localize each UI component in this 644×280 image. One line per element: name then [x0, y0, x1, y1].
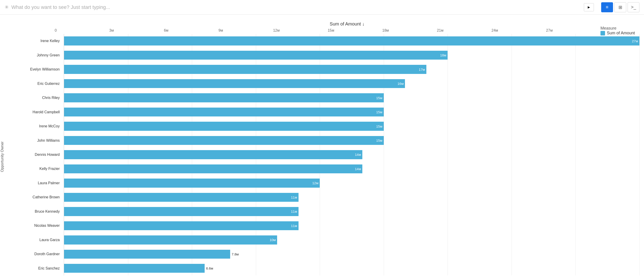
- bar-row: 14м: [64, 148, 640, 162]
- view-toggle-group: ≡ ⊞ >_: [601, 2, 640, 12]
- bar-row: 18м: [64, 48, 640, 62]
- bar-row: 15м: [64, 133, 640, 147]
- grid-view-button[interactable]: ⊞: [614, 2, 626, 12]
- y-label: Irene Kelley: [14, 34, 62, 48]
- bar-row: 6.6м: [64, 261, 640, 276]
- bar-row: 16м: [64, 76, 640, 91]
- bar-row: 27м: [64, 34, 640, 48]
- bar-track: 18м: [64, 51, 448, 60]
- bar-value-label: 17м: [419, 68, 425, 71]
- bar-track: 14м: [64, 164, 362, 173]
- bar-track: 15м: [64, 136, 384, 145]
- bar-row: 11м: [64, 190, 640, 204]
- bar-value-label: 11м: [291, 209, 297, 213]
- bar-track: 27м: [64, 36, 640, 45]
- y-label: Kelly Frazier: [14, 162, 62, 176]
- bar-row: 12м: [64, 176, 640, 190]
- bar-track: 10м: [64, 235, 277, 245]
- x-axis-label: 3м: [110, 28, 164, 32]
- bar-value-label: 15м: [376, 125, 382, 128]
- top-bar: ✳ ▶ ≡ ⊞ >_: [0, 0, 644, 14]
- play-icon: ▶: [588, 5, 590, 9]
- bar-track: 11м: [64, 221, 298, 230]
- bar-value-label: 16м: [398, 82, 404, 86]
- search-input[interactable]: [12, 4, 581, 10]
- bar-track: 15м: [64, 93, 384, 102]
- y-label: Catherine Brown: [14, 190, 62, 204]
- x-axis-label: 18м: [382, 28, 437, 32]
- y-label: Irene McCoy: [14, 119, 62, 133]
- bar-value-label: 11м: [291, 195, 297, 199]
- chart-wrapper: Sum of Amount ↓ 03м6м9м12м15м18м21м24м27…: [4, 21, 640, 276]
- legend-label: Sum of Amount: [607, 31, 635, 35]
- x-axis-label: 0: [55, 28, 110, 32]
- bars-container: 27м18м17м16м15м15м15м15м14м14м12м11м11м1…: [64, 34, 640, 276]
- bar-row: 11м: [64, 204, 640, 219]
- chart-icon: ≡: [606, 4, 608, 10]
- bar-track: 16м: [64, 79, 405, 88]
- x-axis-label: 9м: [218, 28, 273, 32]
- bar-value-label: 12м: [312, 181, 318, 185]
- x-axis-label: 6м: [164, 28, 218, 32]
- bar-row: 15м: [64, 119, 640, 133]
- legend-title: Measure: [600, 26, 635, 31]
- star-icon: ✳: [4, 4, 9, 10]
- bar-track: 11м: [64, 193, 298, 202]
- bar-value-label: 14м: [355, 167, 361, 171]
- chart-area: Sum of Amount ↓ 03м6м9м12м15м18м21м24м27…: [0, 14, 644, 280]
- bar-row: 10м: [64, 233, 640, 247]
- bar-track: 11м: [64, 207, 298, 216]
- bar-row: 15м: [64, 91, 640, 105]
- x-axis-labels: 03м6м9м12м15м18м21м24м27м: [55, 28, 603, 32]
- y-label: John Williams: [14, 133, 62, 147]
- x-axis-label: 27м: [546, 28, 601, 32]
- bar-row: 15м: [64, 105, 640, 119]
- y-label: Chris Riley: [14, 91, 62, 105]
- code-view-button[interactable]: >_: [628, 2, 640, 12]
- bar-value-label: 10м: [270, 238, 276, 242]
- bar-value-label: 15м: [376, 110, 382, 114]
- x-axis-label: 24м: [492, 28, 546, 32]
- chart-title: Sum of Amount ↓: [4, 21, 640, 27]
- chart-body: Opportunity Owner Irene KelleyJohnny Gre…: [4, 34, 640, 276]
- code-icon: >_: [631, 4, 636, 10]
- y-label: Bruce Kennedy: [14, 204, 62, 219]
- y-label: Laura Palmer: [14, 176, 62, 190]
- bar-track: 12м: [64, 178, 320, 188]
- x-axis-label: 12м: [273, 28, 328, 32]
- bar-row: 14м: [64, 162, 640, 176]
- bar-value-label: 7.8м: [232, 252, 238, 256]
- x-axis-label: 15м: [328, 28, 382, 32]
- grid-line: [640, 34, 640, 276]
- bar-value-label: 18м: [440, 53, 446, 57]
- play-button[interactable]: ▶: [584, 3, 594, 11]
- legend-item: Sum of Amount: [600, 31, 635, 35]
- y-label: Johnny Green: [14, 48, 62, 62]
- y-label: Harold Campbell: [14, 105, 62, 119]
- bar-row: 7.8м: [64, 247, 640, 261]
- y-label: Laura Garza: [14, 233, 62, 247]
- bar-track: 14м: [64, 150, 362, 159]
- bar-row: 17м: [64, 62, 640, 76]
- y-label: Dennis Howard: [14, 148, 62, 162]
- bar-track: 15м: [64, 108, 384, 117]
- bar-row: 11м: [64, 219, 640, 233]
- y-labels: Irene KelleyJohnny GreenEvelyn Williamso…: [14, 34, 64, 276]
- x-axis-label: 21м: [437, 28, 492, 32]
- bar-track: [64, 250, 230, 259]
- chart-view-button[interactable]: ≡: [601, 2, 613, 12]
- grid-icon: ⊞: [618, 4, 622, 10]
- legend: Measure Sum of Amount: [600, 26, 635, 35]
- bar-value-label: 15м: [376, 96, 382, 100]
- bar-value-label: 6.6м: [206, 266, 213, 270]
- y-label: Eric Gutierrez: [14, 76, 62, 91]
- y-label: Doroth Gardner: [14, 247, 62, 261]
- legend-swatch: [600, 31, 605, 35]
- bar-value-label: 27м: [632, 39, 638, 43]
- y-label: Nicolas Weaver: [14, 219, 62, 233]
- bar-track: 15м: [64, 122, 384, 131]
- bar-value-label: 11м: [291, 224, 297, 228]
- bar-value-label: 14м: [355, 153, 361, 156]
- bar-track: 17м: [64, 65, 426, 74]
- y-axis-title: Opportunity Owner: [0, 134, 4, 179]
